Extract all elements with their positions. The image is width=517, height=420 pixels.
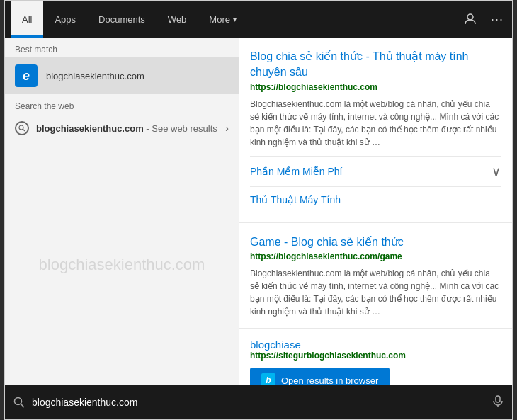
result-url-1: https://blogchiasekienthuc.com [250,82,501,92]
result-link-phan-mem[interactable]: Phần Mềm Miễn Phí ∨ [250,157,501,187]
nav-right-icons: ··· [461,1,506,38]
best-match-text: blogchiasekienthuc.com [46,71,144,81]
nav-tabs: All Apps Documents Web More ▾ ··· [5,1,512,38]
search-bar-icon [13,397,25,408]
open-in-browser-button[interactable]: b Open results in browser [250,368,390,385]
bottom-search-bar [5,385,512,419]
best-match-label: Best match [5,38,239,57]
tab-web[interactable]: Web [157,1,198,38]
right-panel[interactable]: Blog chia sẻ kiến thức - Thủ thuật máy t… [239,38,512,385]
result-card-1[interactable]: Blog chia sẻ kiến thức - Thủ thuật máy t… [239,38,512,223]
tab-more[interactable]: More ▾ [198,1,248,38]
person-icon[interactable] [461,10,479,28]
watermark: blogchiasekienthuc.com [5,144,239,385]
bing-logo-icon: b [261,373,275,385]
chevron-down-icon: ∨ [492,164,501,179]
chevron-down-icon: ▾ [233,16,237,23]
result-card-2[interactable]: Game - Blog chia sẻ kiến thức https://bl… [239,223,512,329]
svg-point-1 [19,125,23,130]
svg-line-2 [23,130,25,132]
app-icon: e [15,64,38,87]
tab-documents[interactable]: Documents [87,1,157,38]
svg-point-0 [467,14,473,20]
search-input[interactable] [32,397,485,408]
result-card-3[interactable]: blogchiase https://sitegurblogchiasekien… [239,329,512,385]
result-desc-1: Blogchiasekienthuc.com là một web/blog c… [250,98,501,149]
search-panel: All Apps Documents Web More ▾ ··· [4,0,513,420]
result-link-thu-thuat[interactable]: Thủ Thuật Máy Tính [250,187,501,212]
search-icon [15,121,29,135]
content-area: Best match e blogchiasekienthuc.com Sear… [5,38,512,385]
partial-url: https://sitegurblogchiasekienthuc.com [250,351,501,361]
left-panel: Best match e blogchiasekienthuc.com Sear… [5,38,239,385]
partial-title: blogchiase [250,339,501,351]
watermark-text: blogchiasekienthuc.com [39,256,205,274]
svg-line-4 [21,404,25,408]
tab-apps[interactable]: Apps [43,1,87,38]
result-title-1: Blog chia sẻ kiến thức - Thủ thuật máy t… [250,49,501,81]
search-web-item[interactable]: blogchiasekienthuc.com - See web results… [15,115,229,141]
best-match-item[interactable]: e blogchiasekienthuc.com [5,57,239,94]
result-url-2: https://blogchiasekienthuc.com/game [250,251,501,261]
tab-all[interactable]: All [11,1,43,38]
search-web-text: blogchiasekienthuc.com - See web results [36,123,218,134]
svg-point-3 [15,398,22,405]
microphone-icon[interactable] [492,395,504,409]
result-title-2: Game - Blog chia sẻ kiến thức [250,234,501,250]
result-desc-2: Blogchiasekienthuc.com là một web/blog c… [250,267,501,318]
search-web-label: Search the web [15,101,229,111]
edge-icon: e [15,64,38,87]
result-links-1: Phần Mềm Miễn Phí ∨ Thủ Thuật Máy Tính [250,156,501,212]
search-web-section: Search the web blogchiasekienthuc.com - … [5,94,239,144]
arrow-right-icon: › [225,123,229,134]
more-options-icon[interactable]: ··· [488,9,506,30]
svg-rect-5 [496,396,500,402]
